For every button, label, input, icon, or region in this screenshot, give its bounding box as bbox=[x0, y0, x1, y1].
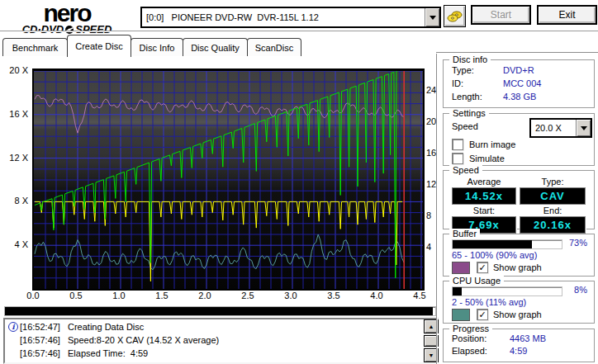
cpu-usage-group: CPU Usage 8% 2 - 50% (11% avg) ✓ Show gr… bbox=[443, 281, 595, 324]
buffer-range: 65 - 100% (90% avg) bbox=[452, 250, 537, 260]
x-axis-tick: 0.0 bbox=[22, 291, 44, 300]
simulate-checkbox[interactable] bbox=[452, 153, 463, 164]
tab-disc-quality[interactable]: Disc Quality bbox=[183, 38, 248, 56]
exit-button[interactable]: Exit bbox=[537, 5, 597, 25]
tab-scandisc[interactable]: ScanDisc bbox=[247, 38, 301, 56]
right-axis-tick: 16 bbox=[426, 148, 436, 158]
position-value: 4463 MB bbox=[510, 333, 546, 343]
progress-title: Progress bbox=[449, 324, 492, 333]
log-scrollbar[interactable]: ▲ ▼ bbox=[424, 319, 437, 362]
x-axis-tick: 2.0 bbox=[194, 291, 216, 300]
end-speed-display: 20.16x bbox=[520, 216, 586, 234]
cpu-percent: 8% bbox=[574, 285, 587, 295]
info-icon: i bbox=[8, 322, 18, 332]
x-axis-tick: 1.0 bbox=[108, 291, 130, 300]
right-axis-tick: 8 bbox=[426, 210, 431, 220]
log-line: i [16:52:47] Creating Data Disc bbox=[5, 320, 437, 333]
cpu-show-graph-checkbox[interactable]: ✓ bbox=[477, 309, 488, 320]
status-log[interactable]: i [16:52:47] Creating Data Disc [16:57:4… bbox=[3, 318, 439, 364]
drive-select-value: [0:0] PIONEER DVD-RW DVR-115L 1.12 bbox=[142, 12, 425, 22]
write-speed-chart bbox=[32, 69, 425, 291]
disc-length-value: 4.38 GB bbox=[503, 92, 536, 102]
progress-group: Progress Position:4463 MB Elapsed:4:59 bbox=[443, 329, 595, 362]
buffer-title: Buffer bbox=[449, 229, 480, 239]
cpu-show-graph-option[interactable]: ✓ Show graph bbox=[477, 309, 542, 320]
disc-info-group: Disc info Type:DVD+R ID:MCC 004 Length:4… bbox=[443, 59, 595, 108]
disc-id-value: MCC 004 bbox=[503, 78, 541, 88]
cpu-series-swatch bbox=[452, 309, 470, 321]
simulate-option[interactable]: Simulate bbox=[452, 153, 505, 164]
disc-type-value: DVD+R bbox=[503, 65, 534, 75]
panel-divider-horizontal bbox=[436, 52, 598, 54]
tab-benchmark[interactable]: Benchmark bbox=[2, 38, 68, 56]
x-axis-tick: 4.5 bbox=[409, 291, 430, 300]
header-divider bbox=[0, 31, 598, 32]
cpu-range: 2 - 50% (11% avg) bbox=[452, 297, 526, 307]
x-axis-tick: 3.5 bbox=[323, 291, 344, 300]
speed-select-dropdown-button[interactable] bbox=[576, 120, 591, 136]
right-axis-tick: 20 bbox=[426, 116, 436, 126]
speed-group-title: Speed bbox=[449, 165, 482, 175]
x-axis-tick: 4.0 bbox=[366, 291, 387, 300]
speed-group: Speed Average Type: 14.52x CAV Start: En… bbox=[443, 170, 595, 229]
drive-select[interactable]: [0:0] PIONEER DVD-RW DVR-115L 1.12 bbox=[140, 7, 441, 28]
settings-title: Settings bbox=[449, 108, 489, 118]
log-line: [16:57:46] Elapsed Time: 4:59 bbox=[5, 347, 437, 359]
cpu-usage-title: CPU Usage bbox=[449, 276, 504, 286]
elapsed-value: 4:59 bbox=[510, 346, 527, 356]
disc-icon bbox=[64, 25, 74, 35]
burn-image-checkbox[interactable] bbox=[452, 139, 463, 150]
buffer-percent: 73% bbox=[569, 238, 587, 248]
logo-cddvdspeed-text: CD·DVD SPEED bbox=[5, 24, 129, 35]
left-axis-tick: 20 X bbox=[2, 65, 28, 75]
left-axis-tick: 12 X bbox=[2, 153, 28, 163]
left-axis-tick: 8 X bbox=[2, 196, 28, 206]
tab-create-disc[interactable]: Create Disc bbox=[67, 35, 131, 57]
speed-select-value: 20.0 X bbox=[531, 123, 576, 133]
left-axis-tick: 4 X bbox=[2, 239, 28, 249]
cpu-usage-bar bbox=[452, 286, 562, 296]
nero-cd-dvd-speed-window: nero CD·DVD SPEED [0:0] PIONEER DVD-RW D… bbox=[0, 0, 598, 364]
chevron-down-icon bbox=[430, 16, 436, 20]
settings-group: Settings Speed 20.0 X Burn image Simulat… bbox=[443, 113, 595, 166]
chevron-down-icon bbox=[581, 126, 587, 130]
right-axis-tick: 24 bbox=[426, 85, 436, 95]
app-logo: nero CD·DVD SPEED bbox=[5, 1, 129, 35]
x-axis-tick: 2.5 bbox=[237, 291, 259, 300]
speed-select[interactable]: 20.0 X bbox=[529, 118, 592, 138]
disc-info-title: Disc info bbox=[449, 54, 491, 64]
buffer-series-swatch bbox=[452, 262, 470, 274]
start-button[interactable]: Start bbox=[471, 5, 531, 25]
burn-image-option[interactable]: Burn image bbox=[452, 139, 515, 150]
buffer-show-graph-checkbox[interactable]: ✓ bbox=[477, 262, 488, 273]
log-line: [16:57:46] Speed:8-20 X CAV (14.52 X ave… bbox=[5, 333, 437, 346]
buffer-group: Buffer 73% 65 - 100% (90% avg) ✓ Show gr… bbox=[443, 234, 595, 277]
logo-nero-text: nero bbox=[5, 1, 129, 26]
average-speed-display: 14.52x bbox=[452, 187, 516, 205]
overall-progress-bar bbox=[4, 306, 436, 316]
x-axis-tick: 3.0 bbox=[280, 291, 301, 300]
overall-progress-fill bbox=[5, 307, 433, 315]
x-axis-tick: 0.5 bbox=[65, 291, 87, 300]
buffer-show-graph-option[interactable]: ✓ Show graph bbox=[477, 262, 542, 273]
discs-icon bbox=[447, 9, 463, 23]
x-axis-tick: 1.5 bbox=[151, 291, 173, 300]
tab-disc-info[interactable]: Disc Info bbox=[131, 38, 183, 56]
drive-select-dropdown-button[interactable] bbox=[425, 8, 439, 26]
right-axis-tick: 12 bbox=[426, 179, 436, 189]
right-axis-tick: 4 bbox=[426, 242, 431, 252]
panel-divider-vertical bbox=[436, 52, 438, 364]
buffer-level-bar bbox=[452, 239, 562, 249]
left-axis-tick: 16 X bbox=[2, 109, 28, 119]
eject-disc-button[interactable] bbox=[444, 5, 466, 27]
speed-type-display: CAV bbox=[520, 187, 586, 205]
speed-label: Speed bbox=[452, 121, 478, 131]
